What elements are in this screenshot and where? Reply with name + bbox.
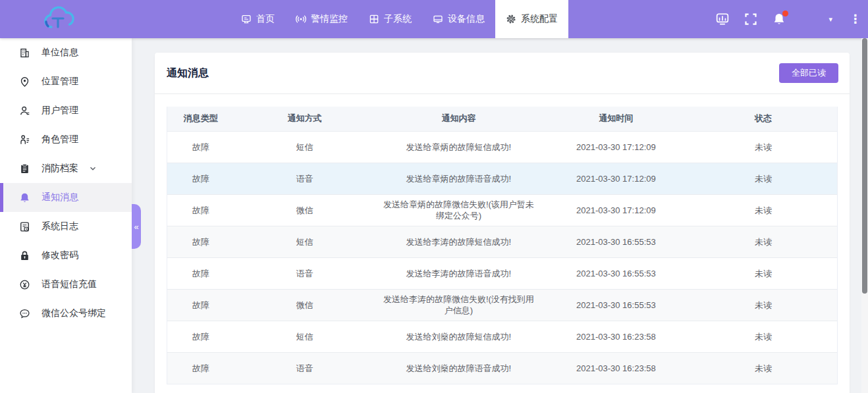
mark-all-read-button[interactable]: 全部已读 <box>779 63 838 83</box>
table-cell: 发送给李涛的故障微信失败!(没有找到用户信息) <box>375 289 542 321</box>
page-title: 通知消息 <box>167 66 209 80</box>
table-cell: 故障 <box>167 289 234 321</box>
grid-icon <box>369 14 379 24</box>
coin-icon <box>19 279 30 290</box>
table-cell: 发送给章炳的故障语音成功! <box>375 163 542 194</box>
table-cell: 2021-03-30 16:23:58 <box>543 321 690 352</box>
table-header: 消息类型通知方式通知内容通知时间状态 <box>167 107 837 131</box>
app-window: 首页警情监控子系统设备信息系统配置 ▾ ⋮ 单位信息位置管理用户管理角色管理消防… <box>0 0 868 393</box>
sidebar: 单位信息位置管理用户管理角色管理消防档案通知消息系统日志修改密码语音短信充值微信… <box>0 38 132 393</box>
table-cell: 短信 <box>234 321 375 352</box>
sidebar-item-label: 修改密码 <box>41 249 78 261</box>
table-cell: 发送给李涛的故障短信成功! <box>375 226 542 257</box>
table-cell: 发送给章炳的故障微信失败!(该用户暂未绑定公众号) <box>375 194 542 226</box>
table-cell: 2021-03-30 16:55:53 <box>543 289 690 321</box>
column-header-1: 通知方式 <box>234 107 375 131</box>
table-cell: 发送给章炳的故障短信成功! <box>375 131 542 163</box>
nav-item-label: 警情监控 <box>311 13 348 25</box>
lock-icon <box>19 250 30 261</box>
notifications-card: 通知消息 全部已读 消息类型通知方式通知内容通知时间状态 故障短信发送给章炳的故… <box>155 53 850 393</box>
chevron-down-icon <box>89 165 97 172</box>
sidebar-item-8[interactable]: 语音短信充值 <box>0 270 132 299</box>
table-cell: 发送给李涛的故障语音成功! <box>375 257 542 289</box>
sidebar-item-4[interactable]: 消防档案 <box>0 154 132 183</box>
cloud-logo-icon <box>40 5 86 33</box>
table-cell: 未读 <box>690 226 837 257</box>
sidebar-item-label: 角色管理 <box>41 134 78 145</box>
sidebar-item-label: 语音短信充值 <box>41 278 97 290</box>
table-cell: 故障 <box>167 226 234 257</box>
column-header-4: 状态 <box>690 107 837 131</box>
bell-icon[interactable] <box>772 12 786 26</box>
table-row[interactable]: 故障语音发送给李涛的故障语音成功!2021-03-30 16:55:53未读 <box>167 257 837 289</box>
sidebar-item-9[interactable]: 微信公众号绑定 <box>0 299 132 328</box>
sidebar-item-label: 单位信息 <box>41 47 78 59</box>
nav-item-label: 子系统 <box>384 13 412 25</box>
card-header: 通知消息 全部已读 <box>155 53 850 94</box>
table-cell: 语音 <box>234 257 375 289</box>
table-row[interactable]: 故障短信发送给李涛的故障短信成功!2021-03-30 16:55:53未读 <box>167 226 837 257</box>
table-row[interactable]: 故障语音发送给刘燊的故障语音成功!2021-03-30 16:23:58未读 <box>167 352 837 384</box>
clipboard-icon <box>19 163 30 174</box>
sidebar-item-3[interactable]: 角色管理 <box>0 125 132 154</box>
table-row[interactable]: 故障语音发送给章炳的故障语音成功!2021-03-30 17:12:09未读 <box>167 163 837 194</box>
table-cell: 微信 <box>234 289 375 321</box>
sidebar-item-1[interactable]: 位置管理 <box>0 67 132 96</box>
table-cell: 发送给刘燊的故障语音成功! <box>375 352 542 384</box>
sidebar-item-7[interactable]: 修改密码 <box>0 241 132 270</box>
sidebar-collapse-handle[interactable]: « <box>132 204 141 249</box>
table-row[interactable]: 故障微信发送给李涛的故障微信失败!(没有找到用户信息)2021-03-30 16… <box>167 289 837 321</box>
sidebar-item-label: 通知消息 <box>41 192 78 203</box>
role-icon <box>19 134 30 145</box>
building-icon <box>19 47 30 59</box>
log-icon <box>19 221 30 232</box>
nav-item-4[interactable]: 系统配置 <box>495 0 568 38</box>
sidebar-item-6[interactable]: 系统日志 <box>0 212 132 241</box>
sidebar-item-5[interactable]: 通知消息 <box>0 183 132 212</box>
sidebar-item-label: 微信公众号绑定 <box>41 307 106 319</box>
sidebar-item-label: 用户管理 <box>41 105 78 117</box>
table-cell: 语音 <box>234 163 375 194</box>
fullscreen-icon[interactable] <box>744 12 758 26</box>
sidebar-item-label: 消防档案 <box>41 163 78 174</box>
nav-item-1[interactable]: 警情监控 <box>285 0 358 38</box>
table-cell: 发送给刘燊的故障短信成功! <box>375 321 542 352</box>
table-cell: 2021-03-30 16:55:53 <box>543 226 690 257</box>
user-icon <box>19 105 30 117</box>
table-row[interactable]: 故障微信发送给章炳的故障微信失败!(该用户暂未绑定公众号)2021-03-30 … <box>167 194 837 226</box>
nav-item-3[interactable]: 设备信息 <box>422 0 495 38</box>
notifications-table: 消息类型通知方式通知内容通知时间状态 故障短信发送给章炳的故障短信成功!2021… <box>167 107 838 384</box>
topbar-nav: 首页警情监控子系统设备信息系统配置 <box>231 0 568 38</box>
dashboard-chart-icon[interactable] <box>715 12 730 26</box>
topbar-right: ▾ ⋮ <box>701 0 861 38</box>
table-row[interactable]: 故障短信发送给章炳的故障短信成功!2021-03-30 17:12:09未读 <box>167 131 837 163</box>
table-cell: 故障 <box>167 163 234 194</box>
nav-item-0[interactable]: 首页 <box>231 0 285 38</box>
table-cell: 2021-03-30 17:12:09 <box>543 194 690 226</box>
table-row[interactable]: 故障短信发送给刘燊的故障短信成功!2021-03-30 16:23:58未读 <box>167 321 837 352</box>
table-cell: 未读 <box>690 321 837 352</box>
table-cell: 未读 <box>690 163 837 194</box>
sidebar-item-2[interactable]: 用户管理 <box>0 96 132 125</box>
user-dropdown-caret-icon[interactable]: ▾ <box>828 15 832 24</box>
scrollbar-thumb[interactable] <box>862 38 867 294</box>
more-options-icon[interactable]: ⋮ <box>850 12 861 26</box>
table-cell: 未读 <box>690 131 837 163</box>
nav-item-2[interactable]: 子系统 <box>358 0 422 38</box>
pin-icon <box>19 76 30 88</box>
table-cell: 故障 <box>167 352 234 384</box>
table-cell: 未读 <box>690 257 837 289</box>
table-cell: 故障 <box>167 257 234 289</box>
nav-item-label: 首页 <box>256 13 275 25</box>
table-cell: 语音 <box>234 352 375 384</box>
table-cell: 未读 <box>690 289 837 321</box>
column-header-2: 通知内容 <box>375 107 542 131</box>
table-cell: 未读 <box>690 194 837 226</box>
sidebar-item-0[interactable]: 单位信息 <box>0 38 132 67</box>
chat-icon <box>19 308 30 319</box>
table-cell: 2021-03-30 17:12:09 <box>543 131 690 163</box>
notification-badge <box>782 11 788 16</box>
table-cell: 故障 <box>167 194 234 226</box>
main-area: 通知消息 全部已读 消息类型通知方式通知内容通知时间状态 故障短信发送给章炳的故… <box>132 38 861 393</box>
sidebar-item-label: 系统日志 <box>41 221 78 232</box>
